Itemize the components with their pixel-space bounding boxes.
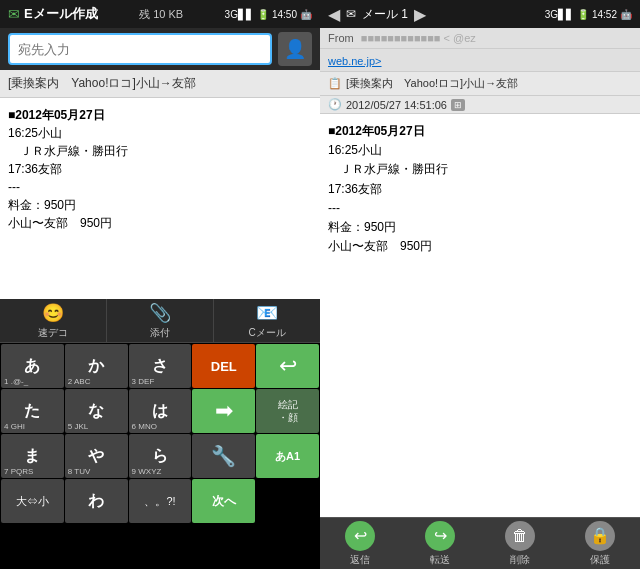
dakuten-label: 大⇔小 xyxy=(16,494,49,509)
key-na[interactable]: な 5 JKL xyxy=(65,389,128,433)
speed-deco-label: 速デコ xyxy=(38,326,68,340)
compose-panel: ✉ Eメール作成 残 10 KB 3G▋▋ 🔋 14:50 🤖 👤 [乗換案内 … xyxy=(0,0,320,569)
to-input[interactable] xyxy=(8,33,272,65)
key-ya[interactable]: や 8 TUV xyxy=(65,434,128,478)
clock-icon: 🕐 xyxy=(328,98,342,111)
email-body: ■2012年05月27日 16:25小山 ＪＲ水戸線・勝田行 17:36友部 -… xyxy=(320,114,640,517)
delete-button[interactable]: 🗑 削除 xyxy=(505,521,535,567)
battery-icon: 🔋 xyxy=(257,9,269,20)
next-mail-button[interactable]: ▶ xyxy=(414,5,426,24)
attach-button[interactable]: 📎 添付 xyxy=(107,299,214,342)
body-line-3: 17:36友部 xyxy=(8,160,312,178)
reply-icon: ↩ xyxy=(345,521,375,551)
email-body-line-0: ■2012年05月27日 xyxy=(328,122,632,141)
right-battery-icon: 🔋 xyxy=(577,9,589,20)
body-line-1: 16:25小山 xyxy=(8,124,312,142)
forward-arrow-icon: ➡ xyxy=(215,398,233,424)
from-address-ez: @ez xyxy=(453,32,476,44)
email-subject-text: [乗換案内 Yahoo!ロコ]小山→友部 xyxy=(346,76,518,91)
attach-label: 添付 xyxy=(150,326,170,340)
protect-button[interactable]: 🔒 保護 xyxy=(585,521,615,567)
delete-icon: 🗑 xyxy=(505,521,535,551)
body-line-6: 小山〜友部 950円 xyxy=(8,214,312,232)
c-mail-icon: 📧 xyxy=(256,302,278,324)
body-line-4: --- xyxy=(8,178,312,196)
punct-label: 、。?! xyxy=(144,494,175,509)
prev-mail-button[interactable]: ◀ xyxy=(328,5,340,24)
protect-label: 保護 xyxy=(590,553,610,567)
lock-icon: 🔒 xyxy=(585,521,615,551)
compose-body[interactable]: ■2012年05月27日 16:25小山 ＪＲ水戸線・勝田行 17:36友部 -… xyxy=(0,98,320,299)
mail-icon-small: ✉ xyxy=(346,7,356,21)
forward-icon: ↪ xyxy=(425,521,455,551)
right-android-icon: 🤖 xyxy=(620,9,632,20)
to-header: 👤 xyxy=(0,28,320,70)
right-statusbar: ◀ ✉ メール 1 ▶ 3G▋▋ 🔋 14:52 🤖 xyxy=(320,0,640,28)
key-sa[interactable]: さ 3 DEF xyxy=(129,344,192,388)
forward-button[interactable]: ↪ 転送 xyxy=(425,521,455,567)
c-mail-label: Cメール xyxy=(248,326,285,340)
key-emoji[interactable]: 絵記・顔 xyxy=(256,389,319,433)
forward-label: 転送 xyxy=(430,553,450,567)
compose-title-area: ✉ Eメール作成 xyxy=(8,5,98,23)
key-ta[interactable]: た 4 GHI xyxy=(1,389,64,433)
email-datetime-text: 2012/05/27 14:51:06 xyxy=(346,99,447,111)
reply-button[interactable]: ↩ 返信 xyxy=(345,521,375,567)
email-subject-bar: 📋 [乗換案内 Yahoo!ロコ]小山→友部 xyxy=(320,72,640,96)
from-domain: web.ne.jp> xyxy=(320,49,640,72)
subject-bar: [乗換案内 Yahoo!ロコ]小山→友部 xyxy=(0,70,320,98)
body-line-5: 料金：950円 xyxy=(8,196,312,214)
subject-text: [乗換案内 Yahoo!ロコ]小山→友部 xyxy=(8,76,196,90)
c-mail-button[interactable]: 📧 Cメール xyxy=(214,299,320,342)
reply-label: 返信 xyxy=(350,553,370,567)
body-line-2: ＪＲ水戸線・勝田行 xyxy=(8,142,312,160)
key-a[interactable]: あ 1 .@-_ xyxy=(1,344,64,388)
key-next[interactable]: 次へ xyxy=(192,479,255,523)
speed-deco-button[interactable]: 😊 速デコ xyxy=(0,299,107,342)
key-ra[interactable]: ら 9 WXYZ xyxy=(129,434,192,478)
back-arrow-icon: ↩ xyxy=(279,353,297,379)
keyboard-toolbar: 😊 速デコ 📎 添付 📧 Cメール xyxy=(0,299,320,343)
wrench-icon: 🔧 xyxy=(211,444,236,468)
nav-area: ◀ ✉ メール 1 ▶ xyxy=(328,5,426,24)
from-domain-link[interactable]: web.ne.jp> xyxy=(328,55,382,67)
email-view-panel: ◀ ✉ メール 1 ▶ 3G▋▋ 🔋 14:52 🤖 From ■■■■■■■■… xyxy=(320,0,640,569)
android-icon: 🤖 xyxy=(300,9,312,20)
key-settings[interactable]: 🔧 xyxy=(192,434,255,478)
attach-icon: 📎 xyxy=(149,302,171,324)
signal-icon: 3G▋▋ xyxy=(225,9,254,20)
email-body-line-5: 料金：950円 xyxy=(328,218,632,237)
email-body-line-1: 16:25小山 xyxy=(328,141,632,160)
key-input-mode[interactable]: あA1 xyxy=(256,434,319,478)
email-actions-bar: ↩ 返信 ↪ 転送 🗑 削除 🔒 保護 xyxy=(320,517,640,569)
key-forward-arrow[interactable]: ➡ xyxy=(192,389,255,433)
right-status-icons: 3G▋▋ 🔋 14:52 🤖 xyxy=(545,9,632,20)
contact-picker-button[interactable]: 👤 xyxy=(278,32,312,66)
mail-count: メール 1 xyxy=(362,6,408,23)
remaining-text: 残 10 KB xyxy=(139,7,183,22)
left-statusbar: ✉ Eメール作成 残 10 KB 3G▋▋ 🔋 14:50 🤖 xyxy=(0,0,320,28)
from-label: From xyxy=(328,32,354,44)
body-line-0: ■2012年05月27日 xyxy=(8,106,312,124)
right-signal-icon: 3G▋▋ xyxy=(545,9,574,20)
right-time-display: 14:52 xyxy=(592,9,617,20)
email-body-line-6: 小山〜友部 950円 xyxy=(328,237,632,256)
status-icons: 3G▋▋ 🔋 14:50 🤖 xyxy=(225,9,312,20)
key-back-arrow[interactable]: ↩ xyxy=(256,344,319,388)
key-ha[interactable]: は 6 MNO xyxy=(129,389,192,433)
key-ma[interactable]: ま 7 PQRS xyxy=(1,434,64,478)
datetime-icon-badge: ⊞ xyxy=(451,99,465,111)
key-punct[interactable]: 、。?! xyxy=(129,479,192,523)
keyboard-area: 😊 速デコ 📎 添付 📧 Cメール あ 1 .@-_ か 2 ABC xyxy=(0,299,320,569)
email-from: From ■■■■■■■■■■■■ < @ez xyxy=(320,28,640,49)
email-body-line-3: 17:36友部 xyxy=(328,180,632,199)
key-wa[interactable]: わ xyxy=(65,479,128,523)
email-body-line-2: ＪＲ水戸線・勝田行 xyxy=(328,160,632,179)
key-ka[interactable]: か 2 ABC xyxy=(65,344,128,388)
email-datetime-bar: 🕐 2012/05/27 14:51:06 ⊞ xyxy=(320,96,640,114)
key-del[interactable]: DEL xyxy=(192,344,255,388)
input-mode-label: あA1 xyxy=(275,449,300,464)
contact-icon: 👤 xyxy=(284,38,306,60)
email-body-line-4: --- xyxy=(328,199,632,218)
key-dakuten[interactable]: 大⇔小 xyxy=(1,479,64,523)
